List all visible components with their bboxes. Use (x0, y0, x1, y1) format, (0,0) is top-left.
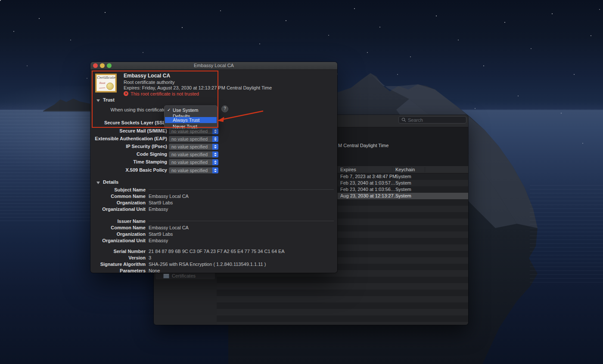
trust-popup-menu: ✓ Use System Defaults Always Trust Never… (164, 105, 218, 129)
column-header-expires[interactable]: Expires (340, 166, 356, 173)
menu-item-never-trust[interactable]: Never Trust (165, 123, 217, 130)
popup-stepper-icon (212, 167, 218, 173)
help-button[interactable]: ? (221, 105, 228, 112)
detail-row: Parameters None (90, 267, 334, 273)
cell-keychain: System (395, 180, 411, 186)
ocean-streaks-right (530, 185, 603, 284)
column-header-keychain[interactable]: Keychain (395, 166, 415, 173)
policy-popup[interactable]: no value specified (169, 151, 218, 157)
details-rows: Subject Name Common Name Embassy Local C… (90, 186, 334, 273)
trust-warning: ✕ This root certificate is not trusted (124, 91, 199, 96)
popup-stepper-icon (212, 144, 218, 150)
sidebar-item-label: Certificates (172, 273, 196, 278)
column-separator[interactable] (425, 167, 425, 172)
trust-warning-text: This root certificate is not trusted (131, 91, 199, 96)
policy-label: Code Signing (90, 151, 167, 157)
certificate-expiry: Expires: Friday, August 23, 2030 at 12:1… (124, 85, 272, 90)
certificate-category-icon (163, 274, 169, 278)
policy-label: X.509 Basic Policy (90, 167, 167, 173)
popup-stepper-icon (212, 151, 218, 157)
ssl-label: Secure Sockets Layer (SSL) (90, 120, 167, 125)
detail-row: Organizational Unit Embassy (90, 206, 334, 212)
not-trusted-icon: ✕ (124, 91, 128, 96)
detail-row: Serial Number 21 84 87 89 6B 9C C3 0F 7A… (90, 248, 334, 254)
detail-row: Signature Algorithm SHA-256 with RSA Enc… (90, 261, 334, 267)
policy-label: IP Security (IPsec) (90, 144, 167, 149)
detail-row: Organization Start9 Labs (90, 199, 334, 206)
certificate-window: Embassy Local CA Certificate Root Embass… (90, 62, 337, 273)
title-bar[interactable]: Embassy Local CA (90, 62, 337, 70)
cell-expires: Feb 7, 2023 at 3:48:47 PM (340, 173, 396, 180)
popup-stepper-icon (212, 136, 218, 142)
detail-row: Common Name Embassy Local CA (90, 224, 334, 231)
policy-label: Time Stamping (90, 159, 167, 164)
cell-keychain: System (395, 186, 411, 193)
policy-popup[interactable]: no value specified (169, 136, 218, 142)
policy-popup[interactable]: no value specified (169, 167, 218, 173)
cell-keychain: System (395, 173, 411, 180)
detail-row: Common Name Embassy Local CA (90, 193, 334, 199)
trust-disclosure-triangle[interactable] (96, 99, 100, 102)
search-icon (401, 117, 406, 122)
sidebar-item-certificates[interactable]: Certificates (155, 272, 215, 279)
column-separator[interactable] (392, 167, 392, 172)
detail-row: Subject Name (90, 186, 334, 193)
certificate-icon: Certificate Root (95, 74, 117, 93)
detail-row: Organization Start9 Labs (90, 231, 334, 237)
partial-expiry-text: M Central Daylight Time (338, 143, 389, 148)
menu-item-use-system-defaults[interactable]: ✓ Use System Defaults (165, 107, 217, 113)
search-input[interactable]: Search (398, 116, 466, 123)
cell-expires: Feb 23, 2040 at 1:03:56… (340, 186, 395, 193)
check-icon: ✓ (167, 107, 171, 113)
gold-seal (106, 83, 114, 90)
menu-item-always-trust[interactable]: Always Trust (165, 117, 217, 123)
cell-expires: Feb 23, 2040 at 1:03:57… (340, 180, 395, 186)
certificate-name: Embassy Local CA (124, 73, 170, 79)
policy-label: Extensible Authentication (EAP) (90, 136, 167, 141)
details-section-label: Details (103, 179, 118, 185)
policy-label: Secure Mail (S/MIME) (90, 128, 167, 133)
window-title: Embassy Local CA (90, 62, 337, 69)
cell-expires: Aug 23, 2030 at 12:13:27… (340, 193, 398, 199)
popup-stepper-icon (212, 159, 218, 165)
policy-popup[interactable]: no value specified (169, 159, 218, 165)
cell-keychain: System (395, 193, 411, 199)
search-placeholder: Search (408, 117, 423, 123)
when-using-label: When using this certificate: (90, 107, 167, 112)
detail-row: Issuer Name (90, 218, 334, 224)
trust-section-label: Trust (103, 97, 115, 102)
details-disclosure-triangle[interactable] (96, 182, 100, 184)
detail-row: Version 3 (90, 254, 334, 261)
policy-popup[interactable]: no value specified (169, 144, 218, 150)
certificate-type: Root certificate authority (124, 80, 175, 85)
desktop: Search Certificates M Central Daylight T… (0, 0, 603, 364)
detail-row: Organizational Unit Embassy (90, 237, 334, 244)
